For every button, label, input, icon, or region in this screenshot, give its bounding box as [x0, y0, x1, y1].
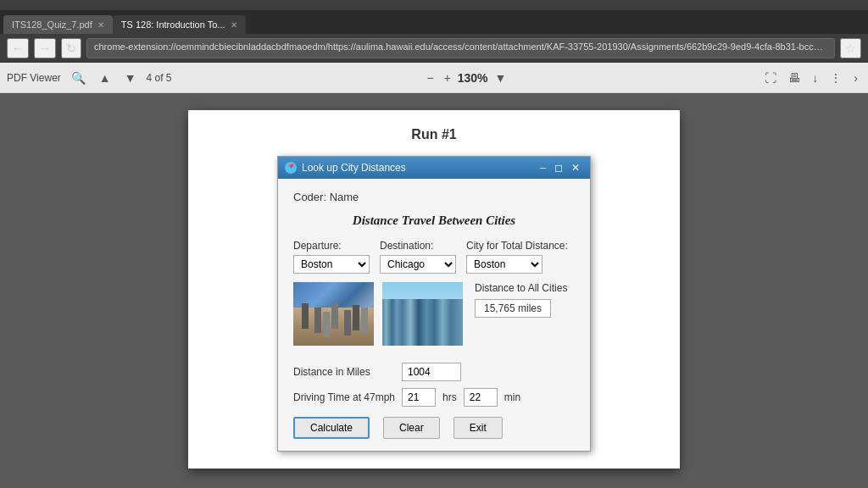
- hrs-label: hrs: [442, 391, 457, 403]
- tab-intro[interactable]: TS 128: Introduction To... ✕: [113, 15, 246, 34]
- left-content: [293, 282, 463, 354]
- min-label: min: [504, 391, 520, 403]
- tab-pdf[interactable]: ITS128_Quiz_7.pdf ✕: [3, 15, 113, 34]
- coder-name: Coder: Name: [293, 191, 575, 203]
- pdf-toolbar-center: − + 130% ▼: [424, 69, 510, 86]
- main-area: Run #1 📍 Look up City Distances – ◻ ✕ Co…: [0, 93, 868, 488]
- zoom-level: 130%: [458, 71, 488, 85]
- driving-min-input[interactable]: [464, 388, 498, 407]
- tab-intro-close[interactable]: ✕: [231, 20, 237, 30]
- city-total-select[interactable]: Boston Chicago Dallas Denver Los Angeles…: [466, 255, 542, 274]
- dialog-window: 📍 Look up City Distances – ◻ ✕ Coder: Na…: [277, 156, 591, 452]
- exit-button[interactable]: Exit: [453, 417, 503, 439]
- driving-hrs-input[interactable]: [402, 388, 436, 407]
- driving-time-label: Driving Time at 47mph: [293, 391, 395, 403]
- departure-label: Departure:: [293, 240, 370, 252]
- distance-miles-row: Distance in Miles: [293, 363, 575, 381]
- form-row-dropdowns: Departure: Boston Chicago Dallas Denver …: [293, 240, 575, 274]
- calculate-button[interactable]: Calculate: [293, 417, 370, 439]
- city-total-label: City for Total Distance:: [466, 240, 568, 252]
- zoom-menu-btn[interactable]: ▼: [491, 69, 509, 86]
- toolbar-prev-btn[interactable]: ▲: [96, 69, 114, 86]
- pdf-toolbar: PDF Viewer 🔍 ▲ ▼ 4 of 5 − + 130% ▼ ⛶ 🖶 ↓…: [0, 63, 868, 93]
- tab-pdf-label: ITS128_Quiz_7.pdf: [12, 19, 92, 30]
- download-btn[interactable]: ↓: [809, 69, 821, 86]
- boston-image: [293, 282, 374, 346]
- nav-bar: ← → ↻ chrome-extension://oemmindcbiecibn…: [0, 34, 868, 63]
- button-row: Calculate Clear Exit: [293, 417, 575, 439]
- right-content: Distance to All Cities 15,765 miles: [475, 282, 567, 354]
- departure-select[interactable]: Boston Chicago Dallas Denver Los Angeles…: [293, 255, 370, 274]
- pdf-page: Run #1 📍 Look up City Distances – ◻ ✕ Co…: [188, 110, 680, 469]
- city-total-group: City for Total Distance: Boston Chicago …: [466, 240, 568, 274]
- content-layout: Distance to All Cities 15,765 miles: [293, 282, 575, 354]
- distance-all-value: 15,765 miles: [475, 299, 551, 318]
- dialog-controls: – ◻ ✕: [537, 163, 583, 173]
- clear-button[interactable]: Clear: [383, 417, 440, 439]
- dialog-close-btn[interactable]: ✕: [568, 163, 583, 173]
- pdf-viewer-label: PDF Viewer: [7, 72, 61, 84]
- zoom-in-btn[interactable]: +: [441, 69, 454, 86]
- more-btn[interactable]: ⋮: [826, 69, 845, 86]
- city-images: [293, 282, 463, 346]
- tab-intro-label: TS 128: Introduction To...: [121, 19, 225, 30]
- tab-bar: ITS128_Quiz_7.pdf ✕ TS 128: Introduction…: [0, 10, 868, 34]
- tab-pdf-close[interactable]: ✕: [97, 20, 104, 30]
- dialog-title-text: Look up City Distances: [302, 162, 406, 174]
- back-button[interactable]: ←: [7, 38, 29, 58]
- bookmark-button[interactable]: ☆: [840, 38, 861, 58]
- dialog-minimize-btn[interactable]: –: [537, 163, 549, 173]
- distance-section: Distance to All Cities 15,765 miles: [475, 282, 567, 318]
- destination-group: Destination: Boston Chicago Dallas Denve…: [380, 240, 456, 274]
- toolbar-next-btn[interactable]: ▼: [121, 69, 140, 86]
- distance-all-label: Distance to All Cities: [475, 282, 567, 294]
- refresh-button[interactable]: ↻: [61, 38, 81, 58]
- arrow-right-btn[interactable]: ›: [850, 69, 861, 86]
- fit-page-btn[interactable]: ⛶: [761, 69, 780, 86]
- dialog-titlebar: 📍 Look up City Distances – ◻ ✕: [278, 157, 590, 179]
- forward-button[interactable]: →: [34, 38, 56, 58]
- dialog-body: Coder: Name Distance Travel Between Citi…: [278, 179, 590, 451]
- destination-label: Destination:: [380, 240, 456, 252]
- distance-miles-input[interactable]: [402, 363, 461, 381]
- pdf-title: Run #1: [411, 127, 456, 142]
- dialog-heading: Distance Travel Between Cities: [293, 214, 575, 228]
- driving-time-row: Driving Time at 47mph hrs min: [293, 388, 575, 407]
- chicago-image: [382, 282, 463, 346]
- print-btn[interactable]: 🖶: [785, 69, 804, 86]
- dialog-title-left: 📍 Look up City Distances: [285, 162, 406, 174]
- toolbar-search-btn[interactable]: 🔍: [68, 69, 89, 86]
- distance-miles-label: Distance in Miles: [293, 366, 395, 378]
- pdf-toolbar-right: ⛶ 🖶 ↓ ⋮ ›: [761, 69, 861, 86]
- address-bar[interactable]: chrome-extension://oemmindcbiecibnladdac…: [86, 38, 835, 58]
- pdf-toolbar-left: PDF Viewer 🔍 ▲ ▼ 4 of 5: [7, 69, 172, 86]
- browser-top-bar: [0, 0, 868, 10]
- departure-group: Departure: Boston Chicago Dallas Denver …: [293, 240, 370, 274]
- destination-select[interactable]: Boston Chicago Dallas Denver Los Angeles…: [380, 255, 456, 274]
- dialog-restore-btn[interactable]: ◻: [551, 163, 566, 173]
- page-info: 4 of 5: [147, 72, 172, 84]
- zoom-out-btn[interactable]: −: [424, 69, 437, 86]
- dialog-app-icon: 📍: [285, 162, 297, 174]
